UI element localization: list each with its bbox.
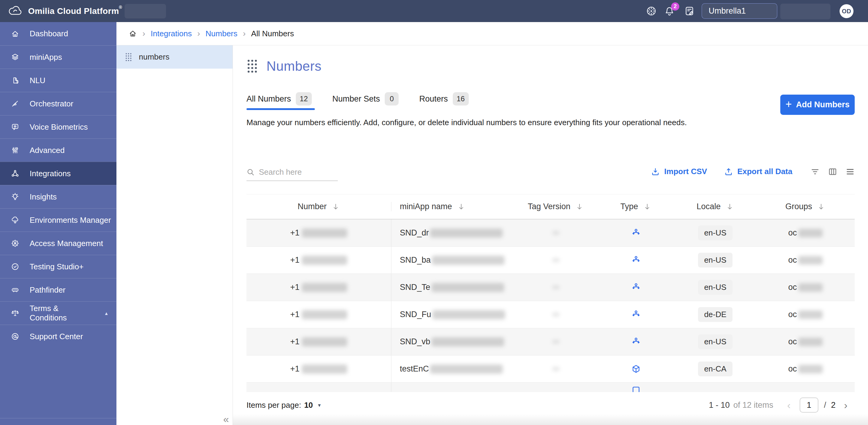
next-page-button[interactable]: › (844, 399, 847, 411)
locale-chip: en-US (698, 253, 733, 267)
sidebar-item-insights[interactable]: Insights (0, 185, 117, 208)
table-row[interactable]: +1 SND_Te en-US oc (247, 274, 855, 301)
brand-name: Omilia Cloud Platform® (28, 6, 122, 16)
columns-icon[interactable] (828, 167, 837, 176)
nlu-block-icon (11, 76, 19, 85)
items-per-page[interactable]: Items per page: 10 ▼ (247, 396, 321, 414)
brand: Omilia Cloud Platform® (0, 6, 122, 16)
table-row[interactable]: +1 SND_vb en-US oc (247, 328, 855, 356)
hierarchy-type-icon (631, 283, 641, 292)
sidebar-item-access-management[interactable]: Access Management (0, 232, 117, 255)
tenant-selector[interactable]: Umbrella1 (702, 3, 777, 19)
redacted-number (302, 283, 347, 292)
sidebar-item-pathfinder[interactable]: Pathfinder (0, 278, 117, 301)
sidebar-item-label: miniApps (30, 53, 62, 62)
avatar[interactable]: OD (840, 4, 854, 18)
panel-item-numbers[interactable]: numbers (117, 45, 232, 69)
add-numbers-button[interactable]: + Add Numbers (780, 95, 855, 115)
redacted-groups (799, 256, 823, 264)
panel-collapse-button[interactable]: « (223, 413, 229, 425)
layers-icon (11, 53, 19, 61)
sidebar-item-label: Advanced (30, 146, 65, 155)
table-row[interactable]: +1 SND_Fu de-DE oc (247, 301, 855, 328)
table-row[interactable]: +1 SND_dr en-US oc (247, 220, 855, 247)
locale-chip: en-US (698, 334, 733, 349)
miniapp-prefix: SND_vb (400, 337, 430, 347)
sidebar-item-dashboard[interactable]: Dashboard (0, 22, 117, 45)
sort-arrow-icon (725, 202, 734, 211)
table-row-partial[interactable] (247, 383, 855, 392)
page-description: Manage your numbers efficiently. Add, co… (247, 118, 687, 127)
breadcrumb-separator: › (243, 29, 246, 38)
column-header-locale[interactable]: Locale (675, 202, 756, 211)
sort-arrow-icon (575, 202, 584, 211)
number-prefix: +1 (290, 364, 300, 373)
gear-user-icon (11, 239, 19, 248)
search-input[interactable] (259, 167, 338, 177)
column-header-miniapp-name[interactable]: miniApp name (391, 202, 514, 211)
table-header-row: Number miniApp name Tag Version Type Loc… (247, 194, 855, 220)
import-csv-button[interactable]: Import CSV (651, 167, 707, 176)
sort-arrow-icon (817, 202, 825, 211)
sidebar-item-integrations[interactable]: Integrations (0, 162, 117, 185)
breadcrumb-integrations[interactable]: Integrations (151, 29, 192, 38)
column-header-tag-version[interactable]: Tag Version (514, 202, 597, 211)
tab-number-sets[interactable]: Number Sets 0 (332, 90, 402, 108)
sidebar-item-voice-biometrics[interactable]: Voice Biometrics (0, 115, 117, 138)
groups-prefix: oc (788, 283, 797, 292)
number-prefix: +1 (290, 283, 300, 292)
tab-count-badge: 12 (296, 92, 312, 105)
breadcrumb-separator: › (197, 29, 200, 38)
prev-page-button[interactable]: ‹ (787, 399, 790, 411)
tab-count-badge: 0 (385, 92, 399, 105)
tab-label: All Numbers (247, 94, 291, 104)
column-header-groups[interactable]: Groups (756, 202, 855, 211)
sidebar-item-testing-studio[interactable]: Testing Studio+ (0, 255, 117, 278)
tab-all-numbers[interactable]: All Numbers 12 (247, 90, 315, 108)
redacted-tag (552, 231, 559, 235)
redacted-tag (552, 340, 559, 344)
density-menu-icon[interactable] (846, 167, 855, 176)
search-box[interactable] (247, 167, 338, 181)
sort-arrow-icon (332, 202, 340, 211)
sidebar-item-orchestrator[interactable]: Orchestrator (0, 92, 117, 115)
main-content: Numbers All Numbers 12 Number Sets 0 Rou… (233, 45, 868, 425)
home-icon[interactable] (128, 29, 137, 38)
pennant-chart-icon (11, 99, 19, 108)
sidebar-item-label: Pathfinder (30, 285, 66, 295)
scales-icon (11, 309, 19, 317)
sidebar-item-label: Environments Manager (30, 216, 111, 225)
breadcrumb-numbers[interactable]: Numbers (206, 29, 238, 38)
export-all-data-button[interactable]: Export all Data (724, 167, 793, 176)
sidebar-item-advanced[interactable]: Advanced (0, 138, 117, 162)
number-prefix: +1 (290, 337, 300, 347)
sidebar-item-terms-conditions[interactable]: Terms & Conditions▲ (0, 301, 117, 325)
sidebar-item-nlu[interactable]: NLU (0, 69, 117, 92)
settings-wheel-icon[interactable] (646, 6, 657, 16)
sliders-icon (11, 146, 19, 155)
column-header-type[interactable]: Type (597, 202, 675, 211)
locale-chip: en-CA (698, 362, 733, 376)
hierarchy-type-icon (631, 228, 641, 238)
sidebar-item-support-center[interactable]: Support Center (0, 325, 117, 348)
notifications-button[interactable]: 2 (664, 5, 678, 18)
column-header-number[interactable]: Number (247, 202, 391, 211)
table-row[interactable]: +1 testEnC en-CA oc (247, 356, 855, 383)
miniapp-prefix: SND_Fu (400, 310, 431, 319)
sidebar-item-label: Access Management (30, 239, 103, 248)
sidebar-item-miniapps[interactable]: miniApps (0, 45, 117, 69)
release-notes-icon[interactable] (684, 6, 695, 16)
dropdown-caret-icon: ▼ (317, 403, 322, 408)
page-input[interactable]: 1 (800, 397, 818, 413)
groups-prefix: oc (788, 310, 797, 319)
redacted-miniapp (430, 364, 503, 373)
table-row[interactable]: +1 SND_ba en-US oc (247, 247, 855, 274)
filter-icon[interactable] (810, 167, 819, 176)
redacted-groups (799, 338, 823, 346)
registered-mark: ® (119, 5, 122, 10)
tab-routers[interactable]: Routers 16 (419, 90, 471, 108)
plus-icon: + (785, 99, 792, 110)
sidebar-divider (0, 418, 117, 418)
sidebar-item-environments-manager[interactable]: Environments Manager (0, 208, 117, 232)
groups-prefix: oc (788, 255, 797, 265)
